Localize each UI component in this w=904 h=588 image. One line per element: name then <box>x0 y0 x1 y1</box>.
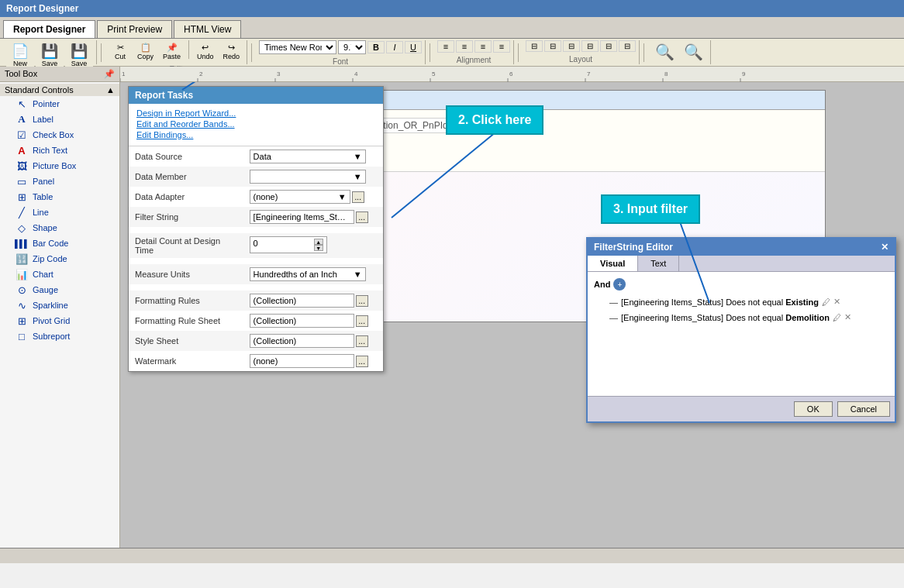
filterstring-ellipsis[interactable]: ... <box>356 211 368 223</box>
bullet-icon: — <box>609 297 618 307</box>
label-icon: A <box>16 113 28 126</box>
underline-button[interactable]: U <box>405 41 422 53</box>
ok-button[interactable]: OK <box>794 401 833 417</box>
layout-btn4[interactable]: ⊟ <box>581 40 599 52</box>
tab-report-designer[interactable]: Report Designer <box>3 20 95 38</box>
font-size-select[interactable]: 9.75 <box>338 40 366 54</box>
toolbox-section: Standard Controls ▲ ↖ Pointer A Label ☑ … <box>0 82 119 346</box>
svg-text:8: 8 <box>664 70 668 77</box>
toolbar-group-font: Times New Roman 9.75 B I U Font <box>256 40 426 64</box>
filterstring-field[interactable]: [Engineering Items_Status] <> E <box>250 210 354 224</box>
layout-btn3[interactable]: ⊟ <box>563 40 580 52</box>
layout-btn2[interactable]: ⊟ <box>544 40 561 52</box>
align-center-button[interactable]: ≡ <box>456 40 473 53</box>
toolbox-item-sparkline[interactable]: ∿ Sparkline <box>0 297 119 313</box>
toolbox-item-subreport[interactable]: □ Subreport <box>0 328 119 344</box>
formattingrules-ellipsis[interactable]: ... <box>356 295 368 307</box>
stylesheet-ellipsis[interactable]: ... <box>356 335 368 347</box>
layout-btn1[interactable]: ⊟ <box>526 40 543 52</box>
bold-button[interactable]: B <box>367 41 385 53</box>
toolbox-item-pointer[interactable]: ↖ Pointer <box>0 96 119 112</box>
filter-editor-footer: OK Cancel <box>588 396 895 421</box>
formattingrulesheet-ellipsis[interactable]: ... <box>356 315 368 327</box>
copy-button[interactable]: 📋 Copy <box>133 40 157 63</box>
watermark-ellipsis[interactable]: ... <box>356 356 368 367</box>
table-row-separator3 <box>129 284 383 291</box>
dataadapter-ellipsis[interactable]: ... <box>352 191 364 203</box>
tab-bar: Report Designer Print Preview HTML View <box>0 17 904 39</box>
layout-btn5[interactable]: ⊟ <box>600 40 617 52</box>
edit-bindings-link[interactable]: Edit Bindings... <box>136 130 375 139</box>
dataadapter-select[interactable]: (none)▼ <box>250 190 350 204</box>
filter-add-button[interactable]: + <box>613 278 626 291</box>
toolbar-group-zoom: 🔍 🔍 Zoom <box>648 40 711 64</box>
tab-html-view[interactable]: HTML View <box>174 20 241 38</box>
toolbar-group-edit: ✂ Cut 📋 Copy 📌 Paste ↩ Undo ↪ Redo Edit <box>105 40 247 64</box>
report-tasks-panel: Report Tasks Design in Report Wizard... … <box>128 86 384 372</box>
toolbox-pin-icon[interactable]: 📌 <box>104 69 115 79</box>
close-icon[interactable]: ✕ <box>881 242 888 253</box>
tab-print-preview[interactable]: Print Preview <box>97 20 172 38</box>
redo-button[interactable]: ↪ Redo <box>219 40 244 63</box>
toolbox-item-pivotgrid[interactable]: ⊞ Pivot Grid <box>0 313 119 328</box>
toolbox-item-chart[interactable]: 📊 Chart <box>0 266 119 282</box>
spinner-up-button[interactable]: ▲ <box>314 239 323 245</box>
table-row-separator2 <box>129 258 383 264</box>
toolbox-item-table[interactable]: ⊞ Table <box>0 189 119 205</box>
sparkline-icon: ∿ <box>16 299 28 311</box>
richtext-icon: A <box>16 144 28 156</box>
toolbox-section-header[interactable]: Standard Controls ▲ <box>0 84 119 96</box>
design-wizard-link[interactable]: Design in Report Wizard... <box>136 108 375 118</box>
undo-button[interactable]: ↩ Undo <box>193 40 218 63</box>
spinner-down-button[interactable]: ▼ <box>314 245 323 251</box>
layout-btn6[interactable]: ⊟ <box>619 40 636 52</box>
datasource-select[interactable]: Data▼ <box>250 150 366 163</box>
measureunits-select[interactable]: Hundredths of an Inch▼ <box>250 267 366 281</box>
cut-button[interactable]: ✂ Cut <box>109 40 132 63</box>
checkbox-icon: ☑ <box>16 129 28 141</box>
toolbox-item-panel[interactable]: ▭ Panel <box>0 174 119 189</box>
edit-bands-link[interactable]: Edit and Reorder Bands... <box>136 119 375 129</box>
align-right-button[interactable]: ≡ <box>474 40 492 53</box>
align-left-button[interactable]: ≡ <box>437 40 454 53</box>
filter-tab-text[interactable]: Text <box>638 256 679 271</box>
detail-spinner[interactable]: 0 ▲ ▼ <box>250 236 327 253</box>
svg-text:7: 7 <box>587 70 591 77</box>
toolbar-btns-edit: ✂ Cut 📋 Copy 📌 Paste ↩ Undo ↪ Redo <box>109 40 243 63</box>
layout-label: Layout <box>569 55 592 64</box>
toolbox-item-richtext[interactable]: A Rich Text <box>0 143 119 158</box>
report-tasks-links: Design in Report Wizard... Edit and Reor… <box>129 104 383 146</box>
zoom-in-button[interactable]: 🔍 <box>680 40 707 64</box>
toolbox-item-gauge[interactable]: ⊙ Gauge <box>0 282 119 297</box>
formattingrules-label: Formatting Rules <box>129 291 243 311</box>
filter-delete-icon-2[interactable]: ✕ <box>844 312 851 322</box>
toolbox-header: Tool Box 📌 <box>0 67 119 82</box>
filter-edit-icon-2[interactable]: 🖊 <box>833 313 841 322</box>
redo-icon: ↪ <box>228 43 235 53</box>
zoom-out-button[interactable]: 🔍 <box>651 40 678 64</box>
filter-tab-visual[interactable]: Visual <box>588 256 638 271</box>
cancel-button[interactable]: Cancel <box>837 401 890 417</box>
toolbox-item-line[interactable]: ╱ Line <box>0 205 119 220</box>
collapse-icon: ▲ <box>106 85 115 95</box>
condition-text-1: [Engineering Items_Status] Does not equa… <box>621 297 819 307</box>
datasource-value: Data▼ <box>243 146 383 167</box>
toolbox-item-checkbox[interactable]: ☑ Check Box <box>0 127 119 143</box>
italic-button[interactable]: I <box>386 41 403 53</box>
toolbox-item-barcode[interactable]: ▌▌▌ Bar Code <box>0 236 119 251</box>
toolbar-group-alignment: ≡ ≡ ≡ ≡ Alignment <box>434 40 514 64</box>
measureunits-label: Measure Units <box>129 264 243 284</box>
condition-text-2: [Engineering Items_Status] Does not equa… <box>621 313 830 322</box>
datamember-select[interactable]: ▼ <box>250 170 366 184</box>
paste-button[interactable]: 📌 Paste <box>159 40 185 63</box>
filter-delete-icon-1[interactable]: ✕ <box>833 297 840 307</box>
font-label: Font <box>333 57 348 66</box>
filter-edit-icon-1[interactable]: 🖊 <box>822 297 830 307</box>
font-name-select[interactable]: Times New Roman <box>259 40 336 54</box>
toolbox-item-label[interactable]: A Label <box>0 112 119 127</box>
toolbox-item-shape[interactable]: ◇ Shape <box>0 220 119 236</box>
toolbox-item-picturebox[interactable]: 🖼 Picture Box <box>0 158 119 174</box>
pivotgrid-icon: ⊞ <box>16 315 28 327</box>
toolbox-item-zipcode[interactable]: 🔢 Zip Code <box>0 251 119 266</box>
justify-button[interactable]: ≡ <box>493 40 510 53</box>
